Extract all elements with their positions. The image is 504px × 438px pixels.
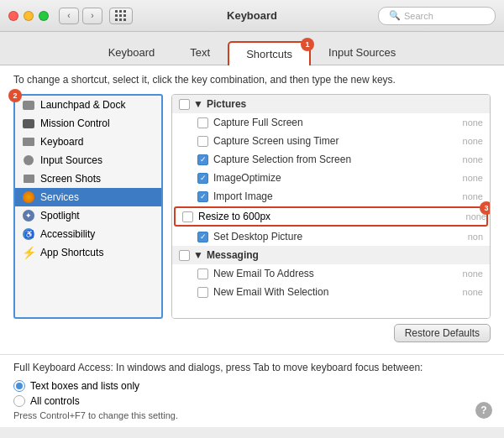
- checkbox-resize[interactable]: [182, 211, 193, 222]
- shortcut-label-capture-timer: Capture Screen using Timer: [213, 135, 453, 147]
- group-toggle-messaging: ▼: [193, 249, 203, 261]
- sidebar-item-app-shortcuts[interactable]: ⚡ App Shortcuts: [15, 243, 161, 262]
- forward-button[interactable]: ›: [82, 8, 102, 24]
- sidebar-label-launchpad: Launchpad & Dock: [40, 99, 125, 111]
- nav-buttons: ‹ ›: [59, 8, 102, 24]
- shortcut-label-capture-full: Capture Full Screen: [213, 117, 453, 128]
- shortcut-item-import-image[interactable]: Import Image none: [172, 187, 490, 206]
- shortcut-value-image-optimize: none: [458, 173, 483, 183]
- sidebar-item-keyboard[interactable]: Keyboard: [15, 133, 161, 151]
- radio-label-text-boxes: Text boxes and lists only: [30, 380, 139, 392]
- shortcut-item-image-optimize[interactable]: ImageOptimize none: [172, 169, 490, 187]
- checkbox-capture-selection[interactable]: [197, 154, 208, 165]
- shortcut-item-new-email-address[interactable]: New Email To Address none: [172, 264, 490, 283]
- tab-shortcuts[interactable]: Shortcuts 1: [228, 41, 311, 65]
- keyboard-access-section: Full Keyboard Access: In windows and dia…: [0, 354, 504, 427]
- window-title: Keyboard: [227, 9, 277, 22]
- sidebar-item-launchpad[interactable]: Launchpad & Dock: [15, 96, 161, 114]
- shortcut-label-new-email-selection: New Email With Selection: [213, 286, 453, 298]
- shortcut-label-resize: Resize to 600px: [198, 211, 456, 222]
- minimize-button[interactable]: [24, 11, 34, 21]
- tabs-bar: Keyboard Text Shortcuts 1 Input Sources: [0, 32, 504, 65]
- keyboard-access-title: Full Keyboard Access: In windows and dia…: [13, 362, 491, 373]
- checkbox-import-image[interactable]: [197, 191, 208, 202]
- left-panel-badge: 2: [8, 89, 22, 102]
- sources-icon: [22, 154, 35, 167]
- sidebar-label-appshortcuts: App Shortcuts: [40, 247, 103, 258]
- spotlight-icon: ✦: [22, 209, 35, 222]
- shortcuts-badge: 1: [301, 38, 314, 51]
- hint-text: To change a shortcut, select it, click t…: [13, 74, 491, 86]
- shortcut-label-capture-selection: Capture Selection from Screen: [213, 154, 453, 165]
- shortcut-item-capture-selection[interactable]: Capture Selection from Screen none: [172, 150, 490, 169]
- services-icon: [22, 190, 35, 204]
- sidebar-label-accessibility: Accessibility: [40, 228, 95, 240]
- titlebar: ‹ › Keyboard 🔍 Search: [0, 0, 504, 32]
- group-label-messaging: Messaging: [207, 249, 259, 261]
- checkbox-image-optimize[interactable]: [197, 173, 208, 184]
- shortcut-value-import-image: none: [458, 191, 483, 201]
- shortcut-label-set-desktop: Set Desktop Picture: [213, 231, 453, 242]
- group-header-pictures[interactable]: ▼ Pictures: [172, 95, 490, 113]
- shortcut-item-capture-timer[interactable]: Capture Screen using Timer none: [172, 132, 490, 150]
- sidebar-label-input: Input Sources: [40, 154, 102, 166]
- tab-keyboard[interactable]: Keyboard: [91, 40, 173, 65]
- search-icon: 🔍: [389, 10, 401, 21]
- radio-all-controls[interactable]: [13, 395, 25, 407]
- checkbox-set-desktop[interactable]: [197, 232, 208, 242]
- sidebar-item-services[interactable]: Services: [15, 188, 161, 206]
- radio-text-boxes[interactable]: [13, 380, 25, 392]
- group-label-pictures: Pictures: [207, 98, 246, 110]
- search-placeholder: Search: [404, 11, 433, 21]
- close-button[interactable]: [8, 11, 18, 21]
- group-checkbox-messaging[interactable]: [179, 250, 190, 261]
- shortcut-value-capture-timer: none: [458, 136, 483, 146]
- group-checkbox-pictures[interactable]: [179, 99, 190, 110]
- highlight-badge: 3: [480, 201, 491, 215]
- shortcut-value-set-desktop: non: [458, 232, 483, 242]
- left-panel: Launchpad & Dock Mission Control Keyboar…: [13, 94, 163, 319]
- sidebar-item-spotlight[interactable]: ✦ Spotlight: [15, 206, 161, 225]
- grid-button[interactable]: [109, 8, 133, 24]
- appshortcuts-icon: ⚡: [22, 246, 35, 259]
- sidebar-label-screenshots: Screen Shots: [40, 173, 101, 185]
- shortcut-item-capture-full[interactable]: Capture Full Screen none: [172, 113, 490, 132]
- checkbox-new-email-address[interactable]: [197, 269, 208, 279]
- shortcut-value-new-email-selection: none: [458, 287, 483, 297]
- restore-defaults-button[interactable]: Restore Defaults: [394, 324, 491, 342]
- sidebar-item-input-sources[interactable]: Input Sources: [15, 151, 161, 169]
- tab-text[interactable]: Text: [172, 40, 228, 65]
- sidebar-label-mission: Mission Control: [40, 117, 110, 129]
- sidebar-item-mission-control[interactable]: Mission Control: [15, 114, 161, 133]
- sidebar-item-accessibility[interactable]: ♿ Accessibility: [15, 225, 161, 243]
- search-box[interactable]: 🔍 Search: [378, 7, 496, 25]
- tab-input-sources[interactable]: Input Sources: [311, 40, 413, 65]
- back-button[interactable]: ‹: [59, 8, 79, 24]
- group-header-messaging[interactable]: ▼ Messaging: [172, 246, 490, 264]
- main-content: To change a shortcut, select it, click t…: [0, 65, 504, 354]
- checkbox-capture-full[interactable]: [197, 117, 208, 128]
- shortcut-label-import-image: Import Image: [213, 190, 453, 202]
- maximize-button[interactable]: [39, 11, 49, 21]
- shortcut-item-new-email-selection[interactable]: New Email With Selection none: [172, 283, 490, 301]
- press-note: Press Control+F7 to change this setting.: [13, 410, 491, 420]
- shortcut-value-capture-selection: none: [458, 154, 483, 164]
- radio-label-all-controls: All controls: [30, 395, 80, 407]
- launchpad-icon: [22, 98, 35, 112]
- shortcut-label-image-optimize: ImageOptimize: [213, 172, 453, 184]
- radio-option-all-controls[interactable]: All controls: [13, 395, 491, 407]
- shortcut-item-resize[interactable]: 3 Resize to 600px none: [174, 206, 488, 227]
- keyboard-icon: [22, 135, 35, 149]
- checkbox-capture-timer[interactable]: [197, 136, 208, 147]
- sidebar-label-spotlight: Spotlight: [40, 210, 80, 222]
- sidebar-item-screen-shots[interactable]: Screen Shots: [15, 169, 161, 188]
- checkbox-new-email-selection[interactable]: [197, 287, 208, 298]
- shortcut-item-set-desktop[interactable]: Set Desktop Picture non: [172, 227, 490, 246]
- grid-icon: [115, 10, 127, 22]
- sidebar-label-services: Services: [40, 191, 79, 203]
- radio-option-text-boxes[interactable]: Text boxes and lists only: [13, 380, 491, 392]
- group-toggle-pictures: ▼: [193, 98, 203, 110]
- help-button[interactable]: ?: [475, 402, 492, 419]
- traffic-lights: [8, 11, 49, 21]
- screenshots-icon: [22, 172, 35, 185]
